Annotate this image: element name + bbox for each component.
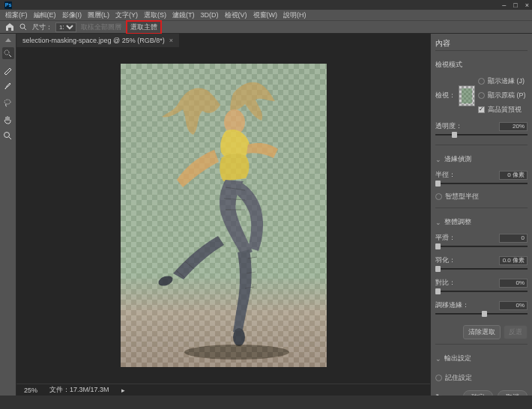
document-title: selection-masking-space.jpeg @ 25% (RGB/… [22, 37, 165, 44]
show-original-radio[interactable] [478, 92, 485, 99]
cancel-button[interactable]: 取消 [498, 390, 528, 396]
smart-radius-label: 智慧型半徑 [445, 192, 479, 202]
edge-detect-section[interactable]: 邊緣偵測 [435, 154, 528, 164]
remember-settings-check[interactable] [435, 375, 442, 381]
tab-close-icon[interactable]: × [169, 37, 173, 44]
brush-tool[interactable] [2, 80, 14, 92]
menu-layer[interactable]: 圖層(L) [85, 10, 112, 20]
contrast-value[interactable]: 0% [499, 279, 528, 288]
svg-point-1 [4, 50, 9, 55]
show-original-label: 顯示原稿 (P) [488, 91, 526, 100]
invert-button[interactable]: 反選 [504, 325, 528, 339]
opacity-label: 透明度： [435, 121, 462, 131]
menu-edit[interactable]: 編輯(E) [31, 10, 58, 20]
size-select[interactable]: 13 [55, 22, 76, 32]
document-info: 文件：17.3M/17.3M [49, 385, 109, 395]
document-tabs: selection-masking-space.jpeg @ 25% (RGB/… [16, 34, 430, 47]
menu-filter[interactable]: 濾鏡(T) [170, 10, 197, 20]
shift-edge-value[interactable]: 0% [499, 301, 528, 310]
feather-value[interactable]: 0.0 像素 [499, 256, 528, 265]
quick-select-tool[interactable] [2, 47, 14, 59]
remember-settings-label: 記住設定 [445, 373, 472, 383]
home-icon[interactable] [4, 22, 15, 32]
zoom-tool[interactable] [2, 130, 14, 142]
feather-label: 羽化： [435, 255, 456, 265]
menu-view[interactable]: 檢視(V) [223, 10, 250, 20]
hq-preview-check[interactable] [478, 106, 485, 113]
output-section[interactable]: 輸出設定 [435, 354, 528, 363]
toolbar-toggle-icon[interactable] [5, 38, 11, 42]
menu-select[interactable]: 選取(S) [142, 10, 169, 20]
view-label: 檢視： [435, 91, 456, 100]
contrast-label: 對比： [435, 278, 456, 288]
size-label: 尺寸： [32, 22, 52, 32]
smooth-slider[interactable] [435, 243, 528, 249]
radius-value[interactable]: 0 像素 [499, 171, 528, 180]
properties-panel: 內容 檢視模式 檢視： 顯示邊緣 (J) 顯示原稿 (P) 高品質預視 透明度：… [430, 34, 532, 396]
canvas-viewport[interactable] [16, 47, 430, 384]
radius-slider[interactable] [435, 181, 528, 187]
contrast-slider[interactable] [435, 288, 528, 294]
menu-type[interactable]: 文字(Y) [113, 10, 140, 20]
app-logo: Ps [4, 1, 12, 9]
status-chevron-icon[interactable]: ▸ [121, 387, 125, 394]
clear-selection-button[interactable]: 清除選取 [463, 325, 501, 339]
opacity-slider[interactable] [435, 132, 528, 138]
reset-icon[interactable]: ↻ [435, 393, 442, 396]
options-bar: 尺寸： 13 取樣全部圖層 選取主體 [0, 20, 532, 34]
menu-image[interactable]: 影像(I) [60, 10, 85, 20]
document-tab[interactable]: selection-masking-space.jpeg @ 25% (RGB/… [16, 34, 179, 47]
select-subject-button[interactable]: 選取主體 [126, 20, 162, 34]
maximize-button[interactable]: □ [513, 1, 517, 9]
refine-edge-brush-tool[interactable] [2, 64, 14, 76]
show-edge-radio[interactable] [478, 78, 485, 85]
ok-button[interactable]: 確定 [463, 390, 493, 396]
status-bar: 25% 文件：17.3M/17.3M ▸ [16, 384, 430, 396]
menu-file[interactable]: 檔案(F) [3, 10, 30, 20]
title-bar: Ps – □ × [0, 0, 532, 10]
hand-tool[interactable] [2, 113, 14, 125]
sample-all-layers-button[interactable]: 取樣全部圖層 [81, 22, 121, 32]
opacity-value[interactable]: 20% [499, 122, 528, 131]
hq-preview-label: 高品質預視 [488, 105, 522, 115]
menu-bar: 檔案(F) 編輯(E) 影像(I) 圖層(L) 文字(Y) 選取(S) 濾鏡(T… [0, 10, 532, 20]
lasso-tool[interactable] [2, 97, 14, 109]
svg-point-2 [4, 100, 10, 104]
canvas-area: selection-masking-space.jpeg @ 25% (RGB/… [16, 34, 430, 396]
smart-radius-check[interactable] [435, 193, 442, 200]
show-edge-label: 顯示邊緣 (J) [488, 76, 525, 86]
feather-slider[interactable] [435, 266, 528, 272]
smooth-label: 平滑： [435, 233, 456, 243]
menu-window[interactable]: 視窗(W) [251, 10, 280, 20]
zoom-level[interactable]: 25% [24, 387, 37, 394]
radius-label: 半徑： [435, 170, 456, 180]
panel-title: 內容 [435, 37, 528, 51]
close-button[interactable]: × [525, 1, 529, 9]
smooth-value[interactable]: 0 [499, 234, 528, 243]
canvas-image [121, 64, 327, 367]
tool-preset-icon[interactable] [19, 23, 28, 31]
svg-point-3 [4, 132, 10, 137]
menu-help[interactable]: 說明(H) [281, 10, 309, 20]
global-refine-section[interactable]: 整體調整 [435, 217, 528, 227]
view-mode-section: 檢視模式 [435, 60, 528, 70]
shift-edge-slider[interactable] [435, 311, 528, 317]
menu-3d[interactable]: 3D(D) [199, 11, 221, 19]
minimize-button[interactable]: – [502, 1, 506, 9]
toolbar [0, 34, 16, 396]
shift-edge-label: 調移邊緣： [435, 300, 469, 310]
view-thumbnail[interactable] [459, 85, 475, 106]
